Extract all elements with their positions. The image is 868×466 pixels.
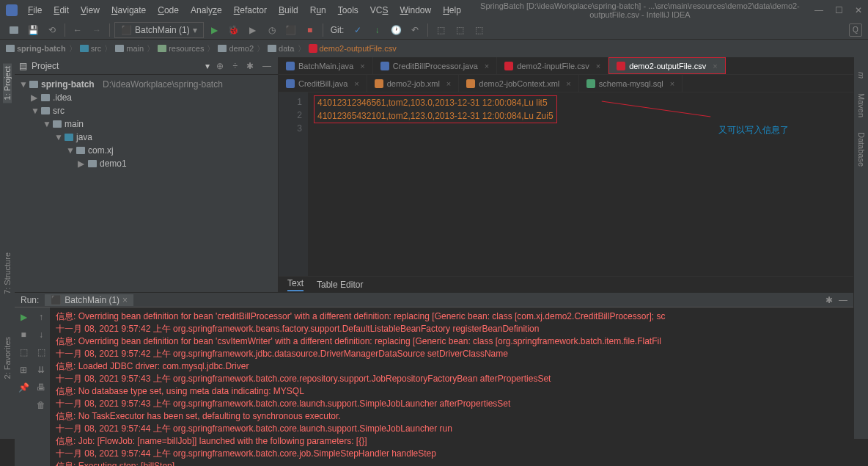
maximize-icon[interactable]: ☐ — [835, 5, 843, 15]
menu-help[interactable]: Help — [438, 4, 466, 17]
tab-label: demo2-job.xml — [387, 79, 440, 88]
tab-creditbill-java[interactable]: CreditBill.java× — [279, 75, 367, 92]
menu-refactor[interactable]: Refactor — [229, 4, 271, 17]
run-hide-icon[interactable]: — — [839, 295, 847, 305]
git-commit-icon[interactable]: ↓ — [369, 22, 385, 38]
back-icon[interactable]: ← — [70, 22, 86, 38]
run-stop-icon[interactable]: ■ — [17, 328, 30, 341]
forward-icon[interactable]: → — [89, 22, 105, 38]
save-icon[interactable]: 💾 — [25, 22, 41, 38]
menu-tools[interactable]: Tools — [334, 4, 363, 17]
tool-maven[interactable]: m — [857, 72, 866, 79]
tab-close-icon[interactable]: × — [566, 79, 570, 88]
attach-icon[interactable]: ⬛ — [283, 22, 299, 38]
tab-close-icon[interactable]: × — [596, 62, 600, 70]
run-wrap-icon[interactable]: ⬚ — [34, 346, 48, 359]
rerun-icon[interactable]: ▶ — [17, 310, 30, 324]
tab-close-icon[interactable]: × — [670, 79, 674, 88]
tab-schema-mysql-sql[interactable]: schema-mysql.sql× — [579, 75, 683, 92]
tab-close-icon[interactable]: × — [354, 79, 358, 88]
run-print-icon[interactable]: 🖶 — [34, 381, 48, 394]
pp-dropdown-icon[interactable]: ▾ — [205, 61, 210, 71]
coverage-icon[interactable]: ▶ — [245, 22, 261, 38]
menu-run[interactable]: Run — [306, 4, 331, 17]
bc-file[interactable]: demo2-outputFile.csv — [309, 44, 397, 53]
tab-demo2-jobcontext-xml[interactable]: demo2-jobContext.xml× — [459, 75, 579, 92]
bc-main[interactable]: main — [115, 44, 144, 53]
main-menu: File Edit View Navigate Code Analyze Ref… — [23, 4, 466, 17]
tab-creditbillprocessor-java[interactable]: CreditBillProcessor.java× — [373, 57, 498, 74]
tab-batchmain-java[interactable]: BatchMain.java× — [279, 57, 373, 74]
tool-database[interactable]: Database — [857, 132, 866, 167]
tab-demo2-outputfile-csv[interactable]: demo2-outputFile.csv× — [608, 57, 726, 74]
run-exit-icon[interactable]: ⬚ — [17, 346, 30, 359]
menu-edit[interactable]: Edit — [49, 4, 73, 17]
editor-code[interactable]: 41012312346561,tom2,103.0,2013-12-31 12:… — [308, 92, 868, 276]
run-pin-icon[interactable]: 📌 — [17, 381, 30, 394]
file-icon — [466, 79, 475, 88]
tab-close-icon[interactable]: × — [360, 62, 364, 70]
menu-window[interactable]: Window — [395, 4, 435, 17]
bc-data[interactable]: data — [268, 44, 294, 53]
search-icon[interactable]: Q — [849, 23, 862, 37]
stop-icon[interactable]: ■ — [302, 22, 318, 38]
git-history-icon[interactable]: 🕐 — [388, 22, 404, 38]
tool-project[interactable]: 1: Project — [3, 63, 12, 103]
project-panel-title: Project — [32, 61, 201, 71]
run-settings-icon[interactable]: ✱ — [825, 295, 833, 305]
file-icon — [375, 79, 383, 88]
tb-icon3[interactable]: ⬚ — [471, 22, 487, 38]
run-layout-icon[interactable]: ⊞ — [17, 363, 30, 376]
tb-icon2[interactable]: ⬚ — [452, 22, 468, 38]
editor-gutter: 1 2 3 — [279, 92, 308, 276]
profile-icon[interactable]: ◷ — [264, 22, 280, 38]
bc-resources[interactable]: resources — [158, 44, 204, 53]
run-config-selector[interactable]: ⬛ BatchMain (1) ▾ — [114, 22, 204, 38]
tb-icon1[interactable]: ⬚ — [433, 22, 449, 38]
project-tree[interactable]: ▼spring-batch D:\ideaWorkplace\spring-ba… — [15, 75, 278, 292]
tab-label: CreditBill.java — [298, 79, 347, 88]
pp-select-icon[interactable]: ÷ — [230, 61, 240, 71]
run-icon[interactable]: ▶ — [207, 22, 223, 38]
tool-structure[interactable]: 7: Structure — [3, 250, 12, 297]
run-console[interactable]: CreditBillProcessor打印信息了 信息: Overriding … — [50, 307, 853, 466]
menu-analyze[interactable]: Analyze — [186, 4, 227, 17]
bc-demo2[interactable]: demo2 — [218, 44, 254, 53]
tab-close-icon[interactable]: × — [485, 62, 489, 70]
run-tab[interactable]: ⬛ BatchMain (1) × — [45, 294, 133, 306]
minimize-icon[interactable]: — — [814, 5, 823, 15]
menu-build[interactable]: Build — [274, 4, 303, 17]
tab-demo2-job-xml[interactable]: demo2-job.xml× — [367, 75, 460, 92]
bc-root[interactable]: spring-batch — [6, 44, 66, 53]
git-revert-icon[interactable]: ↶ — [407, 22, 423, 38]
debug-icon[interactable]: 🐞 — [226, 22, 242, 38]
menu-view[interactable]: View — [76, 4, 104, 17]
run-down-icon[interactable]: ↓ — [34, 328, 48, 341]
pp-collapse-icon[interactable]: ⊕ — [214, 61, 226, 71]
tab-demo2-inputfile-csv[interactable]: demo2-inputFile.csv× — [497, 57, 608, 74]
menu-code[interactable]: Code — [153, 4, 183, 17]
menu-file[interactable]: File — [23, 4, 46, 17]
tool-maven-label[interactable]: Maven — [857, 93, 866, 117]
tool-favorites[interactable]: 2: Favorites — [3, 334, 12, 382]
run-up-icon[interactable]: ↑ — [34, 310, 48, 324]
run-trash-icon[interactable]: 🗑 — [34, 398, 48, 412]
console-line: 信息: No TaskExecutor has been set, defaul… — [56, 410, 847, 423]
console-line: 信息: Job: [FlowJob: [name=billJob]] launc… — [56, 435, 847, 448]
tab-close-icon[interactable]: × — [446, 79, 451, 88]
tab-label: demo2-inputFile.csv — [517, 62, 589, 70]
pp-hide-icon[interactable]: — — [260, 61, 273, 71]
open-icon[interactable] — [6, 22, 22, 38]
editor-tabs-row1: BatchMain.java×CreditBillProcessor.java×… — [279, 57, 868, 75]
tab-close-icon[interactable]: × — [713, 62, 717, 70]
editor-footer-text[interactable]: Text — [287, 278, 304, 291]
pp-settings-icon[interactable]: ✱ — [244, 61, 256, 71]
menu-navigate[interactable]: Navigate — [107, 4, 150, 17]
git-update-icon[interactable]: ✓ — [350, 22, 366, 38]
bc-src[interactable]: src — [80, 44, 102, 53]
editor-footer-table[interactable]: Table Editor — [317, 280, 363, 290]
menu-vcs[interactable]: VCS — [366, 4, 393, 17]
close-icon[interactable]: ✕ — [855, 5, 862, 15]
run-scroll-icon[interactable]: ⇊ — [34, 363, 48, 376]
sync-icon[interactable]: ⟲ — [44, 22, 60, 38]
